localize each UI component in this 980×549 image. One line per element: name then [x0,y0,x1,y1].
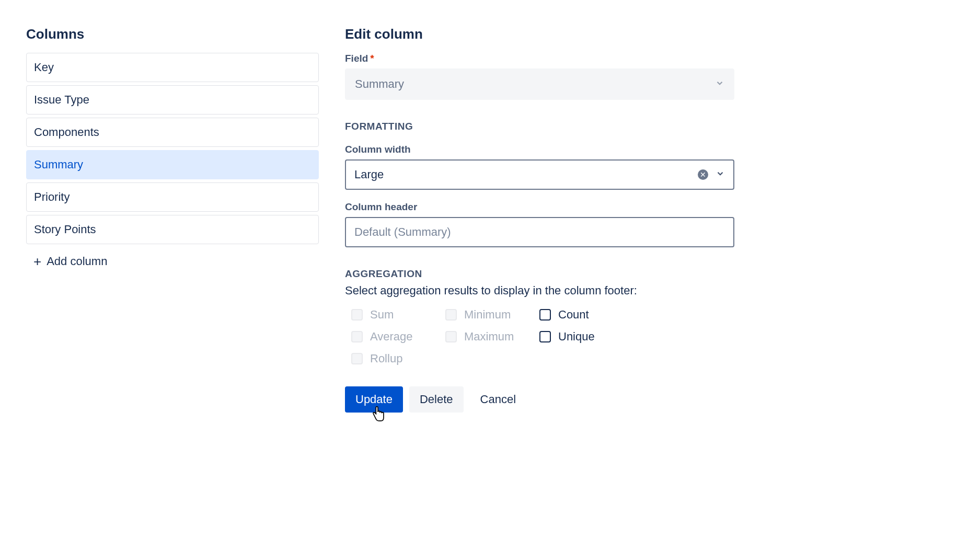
aggregation-average: Average [351,330,445,344]
add-column-label: Add column [47,255,107,268]
column-header-label: Column header [345,201,734,213]
columns-panel: Columns Key Issue Type Components Summar… [26,26,319,413]
column-item-label: Story Points [34,223,96,236]
checkbox-icon [539,331,551,342]
checkbox-icon [539,309,551,321]
column-item-label: Components [34,125,99,139]
column-item-label: Issue Type [34,93,89,106]
column-item-label: Summary [34,158,83,171]
column-item-story-points[interactable]: Story Points [26,215,319,244]
plus-icon: + [33,255,41,268]
aggregation-sum: Sum [351,308,445,322]
column-width-label: Column width [345,144,734,155]
column-header-input[interactable] [345,217,734,247]
aggregation-minimum: Minimum [445,308,539,322]
aggregation-maximum: Maximum [445,330,539,344]
column-width-value: Large [354,168,384,181]
edit-column-panel: Edit column Field* Summary FORMATTING Co… [345,26,734,413]
column-item-summary[interactable]: Summary [26,150,319,179]
columns-title: Columns [26,26,319,42]
aggregation-description: Select aggregation results to display in… [345,284,734,298]
column-item-issue-type[interactable]: Issue Type [26,85,319,115]
chevron-down-icon [715,77,724,91]
action-buttons: Update Delete Cancel [345,386,734,413]
checkbox-icon [351,309,363,321]
cancel-button[interactable]: Cancel [470,386,526,413]
checkbox-icon [445,331,457,342]
formatting-section-label: FORMATTING [345,121,734,132]
aggregation-rollup: Rollup [351,352,445,365]
add-column-button[interactable]: + Add column [26,247,319,276]
update-button[interactable]: Update [345,386,403,413]
column-item-key[interactable]: Key [26,53,319,82]
aggregation-unique[interactable]: Unique [539,330,633,344]
column-item-label: Key [34,61,54,74]
aggregation-options: Sum Minimum Count Average Maximum Unique [351,308,734,365]
column-item-priority[interactable]: Priority [26,182,319,212]
aggregation-section-label: AGGREGATION [345,268,734,280]
column-width-select[interactable]: Large ✕ [345,159,734,190]
aggregation-count[interactable]: Count [539,308,633,322]
field-select[interactable]: Summary [345,68,734,100]
required-star: * [370,53,374,64]
clear-icon[interactable]: ✕ [698,169,708,180]
chevron-down-icon[interactable] [716,168,725,181]
delete-button[interactable]: Delete [409,386,464,413]
checkbox-icon [445,309,457,321]
column-item-components[interactable]: Components [26,118,319,147]
field-label: Field* [345,53,734,64]
column-item-label: Priority [34,190,70,203]
checkbox-icon [351,331,363,342]
edit-column-title: Edit column [345,26,734,42]
checkbox-icon [351,353,363,364]
column-list: Key Issue Type Components Summary Priori… [26,53,319,244]
field-select-value: Summary [355,77,404,91]
